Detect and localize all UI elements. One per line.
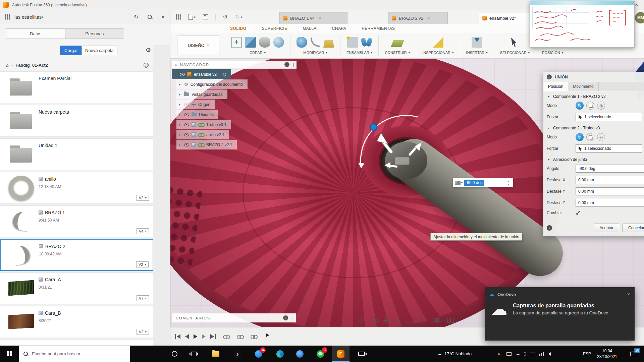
save-button[interactable] — [203, 14, 208, 19]
visibility-eye-icon[interactable] — [180, 73, 185, 76]
collapse-dialog-icon[interactable]: − — [547, 74, 552, 79]
version-badge[interactable]: V2▾ — [137, 195, 149, 201]
taskbar-clock[interactable]: 10:04 28/10/2021 — [594, 346, 620, 362]
close-tab-icon[interactable]: × — [427, 16, 430, 21]
joint-dialog-header[interactable]: − UNIÓN — [543, 72, 644, 82]
component1-section-header[interactable]: ▾Componente 1 - BRAZO 2 v2 — [543, 91, 644, 100]
chevron-down-icon[interactable]: ▾ — [413, 319, 415, 322]
folder-card[interactable]: Nueva carpeta — [0, 105, 153, 137]
start-button[interactable] — [0, 346, 19, 362]
select-cursor-icon[interactable] — [511, 38, 519, 47]
expander-icon[interactable]: ▸ — [178, 133, 182, 136]
camera-app-button[interactable] — [353, 346, 370, 362]
tray-battery-icon[interactable] — [530, 353, 535, 355]
file-card[interactable]: BRAZO 1 9:41:50 AM V4▾ — [0, 205, 153, 237]
document-tab[interactable]: BRAZO 1 v4 × — [279, 12, 347, 24]
box-tool-icon[interactable] — [245, 37, 256, 48]
document-tab-active[interactable]: ensamble v2* — [479, 12, 536, 24]
browser-button[interactable] — [291, 346, 309, 362]
visibility-eye-icon[interactable] — [184, 143, 189, 146]
visibility-eye-icon[interactable] — [184, 113, 189, 116]
component2-section-header[interactable]: ▾Componente 2 - Trofeo v3 — [543, 123, 644, 131]
offset-y-input[interactable]: 0.00 mm — [576, 187, 644, 195]
weather-widget[interactable]: ☁ 17°C Nublado — [437, 346, 472, 362]
timeline-skip-end-button[interactable] — [210, 334, 216, 339]
offset-x-input[interactable]: 0.00 mm — [576, 176, 644, 184]
angle-value-field[interactable]: -90.0 deg — [464, 180, 484, 186]
task-view-button[interactable] — [185, 346, 203, 362]
timeline-joint-marker[interactable] — [251, 334, 257, 339]
look-at-icon[interactable] — [372, 317, 378, 323]
tray-network-icon[interactable] — [539, 352, 544, 356]
tree-item[interactable]: ▸ BRAZO 2 v2:1 — [176, 140, 237, 149]
joint-angle-input-popup[interactable]: ▾ -90.0 deg ⋮ — [453, 178, 513, 187]
mode-two-edges-icon[interactable]: ◎ — [597, 102, 605, 110]
file-explorer-button[interactable] — [207, 346, 224, 362]
display-settings-icon[interactable] — [419, 317, 426, 323]
cortana-button[interactable] — [166, 346, 183, 362]
file-card[interactable]: Cara_A 8/31/21 V7▾ — [0, 273, 153, 304]
user-avatar[interactable]: MM — [635, 12, 644, 23]
ribbon-tab-chapa[interactable]: CHAPA — [332, 26, 346, 31]
taskbar-search[interactable]: Escribe aquí para buscar — [19, 346, 130, 362]
mode-between-faces-icon[interactable] — [586, 133, 594, 141]
selection-box[interactable]: 1 seleccionado — [576, 144, 642, 153]
insert-icon[interactable] — [472, 37, 482, 48]
new-folder-button[interactable]: Nueva carpeta — [82, 46, 117, 55]
group-label-modificar[interactable]: MODIFICAR▾ — [303, 51, 327, 55]
expand-comments-icon[interactable]: ▸ — [283, 315, 288, 320]
tiktok-button[interactable]: ♪ — [229, 346, 246, 362]
expander-icon[interactable]: ▸ — [178, 83, 182, 86]
group-label-ensamblar[interactable]: ENSAMBLAR▾ — [346, 51, 372, 55]
file-card[interactable] — [0, 340, 153, 346]
document-tab[interactable]: BRAZO 2 v2 × — [388, 12, 448, 24]
chevron-down-icon[interactable]: ▾ — [461, 181, 463, 184]
collapse-circle-icon[interactable]: − — [284, 62, 289, 67]
ok-button[interactable]: Aceptar — [594, 224, 619, 232]
angle-thumbnail-icon[interactable] — [455, 181, 461, 185]
tray-onedrive-icon[interactable]: ☁ — [516, 351, 520, 356]
panel-handle-icon[interactable]: | — [293, 62, 294, 67]
timeline-step-back-button[interactable] — [185, 334, 189, 339]
app-grid-icon[interactable] — [5, 14, 10, 20]
expander-icon[interactable]: ▾ — [173, 73, 177, 76]
version-badge[interactable]: V4▾ — [137, 228, 149, 234]
swap-arrows-icon[interactable] — [576, 210, 581, 216]
file-card[interactable]: Cara_B 8/30/21 V2▾ — [0, 306, 153, 338]
collapse-panel-icon[interactable]: « — [174, 62, 177, 67]
undo-button[interactable]: ↺ — [223, 13, 228, 20]
tab-personas[interactable]: Personas — [65, 29, 124, 39]
tree-item[interactable]: ▸ Vistas guardadas — [176, 89, 227, 99]
chat-app-button[interactable]: 34 — [250, 346, 267, 362]
action-center-button[interactable]: 28 — [625, 346, 642, 362]
offset-z-input[interactable]: 0.00 mm — [576, 199, 644, 207]
close-tab-icon[interactable]: × — [319, 16, 321, 21]
close-toast-icon[interactable]: × — [627, 292, 630, 297]
workspace-selector[interactable]: DISEÑO▾ — [177, 36, 219, 55]
fusion360-button[interactable]: F — [332, 346, 350, 362]
tree-item[interactable]: ▸ Trofeo v3:1 — [176, 120, 231, 129]
fit-view-icon[interactable] — [405, 317, 412, 323]
alignment-section-header[interactable]: ▾Alineación de junta — [543, 154, 644, 163]
tree-item-root[interactable]: ▾ ensamble v2 ◎ — [172, 69, 231, 79]
angle-input[interactable]: -90.0 deg — [576, 165, 644, 173]
tree-item[interactable]: ▸ Uniones — [176, 110, 218, 119]
whatsapp-button[interactable]: ☎57 — [312, 346, 329, 362]
tab-datos[interactable]: Datos — [6, 29, 65, 39]
activate-component-icon[interactable]: ◎ — [222, 72, 226, 77]
group-label-inspeccionar[interactable]: INSPECCIONAR▾ — [422, 51, 453, 55]
zoom-icon[interactable] — [394, 317, 400, 323]
expander-icon[interactable]: ▸ — [178, 143, 182, 146]
ribbon-tab-superficie[interactable]: SUPERFICIE — [262, 26, 287, 31]
tree-item[interactable]: ▸ Origen — [176, 100, 215, 109]
chevron-down-icon[interactable]: ▾ — [427, 319, 429, 322]
team-selector[interactable]: las estrellitas — [14, 14, 42, 20]
expander-icon[interactable]: ▸ — [178, 123, 182, 126]
orbit-icon[interactable] — [358, 317, 364, 323]
visibility-eye-off-icon[interactable] — [184, 103, 189, 106]
chevron-down-icon[interactable]: ▾ — [366, 319, 367, 322]
cylinder-tool-icon[interactable] — [259, 37, 270, 48]
fillet-icon[interactable] — [311, 38, 320, 47]
language-indicator[interactable]: ESP — [583, 346, 591, 362]
window-close-icon[interactable]: × — [635, 2, 638, 7]
